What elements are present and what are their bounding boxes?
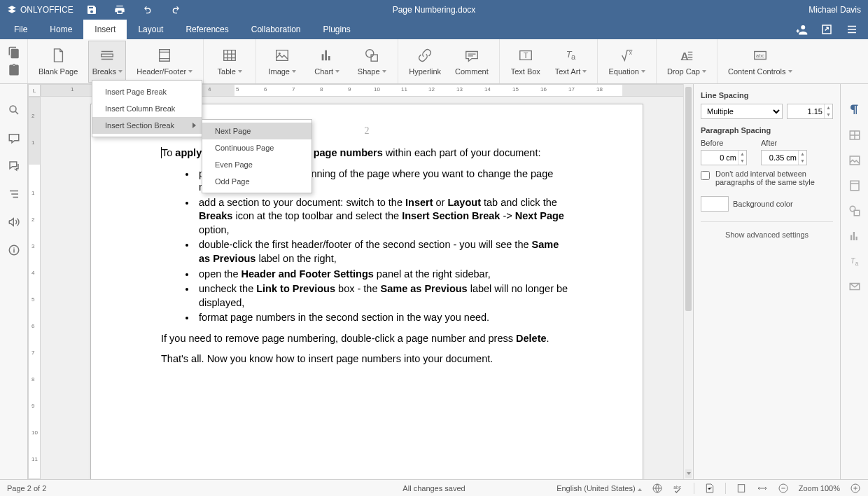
line-spacing-value[interactable]: ▲▼: [787, 104, 833, 119]
chart-button[interactable]: Chart: [308, 41, 346, 83]
paste-icon[interactable]: [8, 64, 20, 76]
spacing-before[interactable]: ▲▼: [701, 150, 747, 165]
spin-up-icon[interactable]: ▲: [738, 151, 746, 158]
list-item[interactable]: double-click the first header/footer of …: [196, 238, 573, 266]
table-settings-icon[interactable]: [848, 129, 861, 142]
header-footer-settings-icon[interactable]: [848, 179, 861, 192]
page: 2 To apply different formatting to page …: [90, 104, 643, 479]
chat-icon[interactable]: [8, 160, 20, 172]
chart-settings-icon[interactable]: [848, 230, 861, 242]
no-interval-checkbox[interactable]: [701, 171, 710, 180]
save-icon[interactable]: [86, 4, 97, 15]
right-panel: Line Spacing Multiple ▲▼ Paragraph Spaci…: [693, 84, 840, 479]
image-icon: [274, 48, 290, 63]
comments-icon[interactable]: [8, 132, 20, 144]
tab-file[interactable]: File: [3, 20, 38, 39]
tab-references[interactable]: References: [174, 20, 239, 39]
zoom-in-icon[interactable]: [850, 483, 861, 494]
hamburger-icon[interactable]: [846, 23, 858, 36]
svg-text:a: a: [571, 53, 576, 61]
equation-button[interactable]: x Equation: [605, 41, 648, 83]
line-spacing-mode[interactable]: Multiple: [701, 104, 783, 119]
vertical-ruler[interactable]: 2 1 1 2 3 4 5 6 7 8 9 10 11: [28, 97, 41, 479]
table-button[interactable]: Table: [211, 41, 248, 83]
vertical-scrollbar[interactable]: [683, 84, 693, 479]
mail-merge-icon[interactable]: [848, 280, 861, 293]
scrollbar-down-icon[interactable]: [685, 469, 692, 478]
spellcheck-icon[interactable]: abc: [673, 483, 684, 494]
menu-insert-column-break[interactable]: Insert Column Break: [92, 100, 202, 117]
document-canvas[interactable]: 2 To apply different formatting to page …: [41, 97, 693, 479]
comment-button[interactable]: Comment: [451, 41, 492, 83]
tab-home[interactable]: Home: [38, 20, 83, 39]
image-button[interactable]: Image: [263, 41, 301, 83]
blank-page-button[interactable]: Blank Page: [35, 41, 81, 83]
left-toolbar: [0, 84, 28, 479]
zoom-out-icon[interactable]: [778, 483, 789, 494]
list-item[interactable]: add a section to your document: switch t…: [196, 196, 573, 237]
blank-page-icon: [50, 48, 66, 63]
print-icon[interactable]: [114, 4, 125, 15]
paragraph[interactable]: If you need to remove page numbering, do…: [161, 332, 573, 346]
shape-button[interactable]: Shape: [353, 41, 391, 83]
spin-down-icon[interactable]: ▼: [798, 158, 806, 165]
content-controls-button[interactable]: abc Content Controls: [724, 41, 796, 83]
paragraph[interactable]: That's all. Now you know how to insert p…: [161, 352, 573, 366]
add-user-icon[interactable]: [795, 23, 808, 36]
copy-icon[interactable]: [8, 46, 20, 59]
advanced-settings-link[interactable]: Show advanced settings: [701, 221, 833, 239]
ruler-corner[interactable]: L: [28, 84, 41, 97]
navigation-icon[interactable]: [8, 188, 20, 200]
paragraph-settings-icon[interactable]: [848, 104, 861, 116]
globe-icon[interactable]: [652, 483, 663, 494]
feedback-icon[interactable]: [8, 216, 20, 228]
menu-continuous-page[interactable]: Continuous Page: [202, 139, 312, 156]
svg-text:x: x: [629, 50, 632, 56]
menu-insert-section-break[interactable]: Insert Section Break: [92, 117, 202, 134]
search-icon[interactable]: [8, 104, 20, 116]
spacing-after[interactable]: ▲▼: [761, 150, 807, 165]
spin-up-icon[interactable]: ▲: [824, 104, 832, 111]
spin-down-icon[interactable]: ▼: [824, 111, 832, 118]
undo-icon[interactable]: [142, 4, 153, 15]
user-name[interactable]: Michael Davis: [808, 5, 861, 15]
menu-even-page[interactable]: Even Page: [202, 156, 312, 173]
text-box-button[interactable]: T Text Box: [507, 41, 545, 83]
image-settings-icon[interactable]: [848, 154, 861, 167]
svg-rect-14: [854, 210, 860, 216]
status-page[interactable]: Page 2 of 2: [7, 484, 46, 492]
text-art-settings-icon[interactable]: Ta: [848, 255, 861, 268]
tab-collaboration[interactable]: Collaboration: [240, 20, 312, 39]
fit-width-icon[interactable]: [757, 483, 768, 494]
chevron-right-icon: [192, 123, 196, 128]
tab-insert[interactable]: Insert: [83, 20, 127, 39]
list-item[interactable]: uncheck the Link to Previous box - the S…: [196, 282, 573, 310]
hyperlink-icon: [417, 48, 433, 63]
menu-odd-page[interactable]: Odd Page: [202, 173, 312, 190]
fit-page-icon[interactable]: [736, 483, 747, 494]
spin-up-icon[interactable]: ▲: [798, 151, 806, 158]
list-item[interactable]: open the Header and Footer Settings pane…: [196, 268, 573, 282]
about-icon[interactable]: [8, 244, 20, 256]
scrollbar-thumb[interactable]: [685, 87, 692, 311]
svg-point-10: [10, 106, 16, 112]
list-item[interactable]: format page numbers in the second sectio…: [196, 311, 573, 325]
text-art-button[interactable]: Ta Text Art: [552, 41, 591, 83]
track-changes-icon[interactable]: [704, 483, 715, 494]
status-zoom[interactable]: Zoom 100%: [799, 484, 840, 492]
status-language[interactable]: English (United States): [556, 484, 642, 492]
redo-icon[interactable]: [170, 4, 181, 15]
drop-cap-button[interactable]: A Drop Cap: [664, 41, 710, 83]
hyperlink-button[interactable]: Hyperlink: [405, 41, 444, 83]
menu-insert-page-break[interactable]: Insert Page Break: [92, 83, 202, 100]
breaks-button[interactable]: Breaks: [88, 41, 126, 83]
bg-color-swatch[interactable]: [701, 196, 729, 212]
header-footer-button[interactable]: Header/Footer: [133, 41, 196, 83]
tab-plugins[interactable]: Plugins: [312, 20, 362, 39]
comment-icon: [464, 48, 479, 63]
shape-settings-icon[interactable]: [848, 205, 861, 217]
spin-down-icon[interactable]: ▼: [738, 158, 746, 165]
open-location-icon[interactable]: [820, 23, 833, 36]
menu-next-page[interactable]: Next Page: [202, 123, 312, 139]
tab-layout[interactable]: Layout: [127, 20, 174, 39]
